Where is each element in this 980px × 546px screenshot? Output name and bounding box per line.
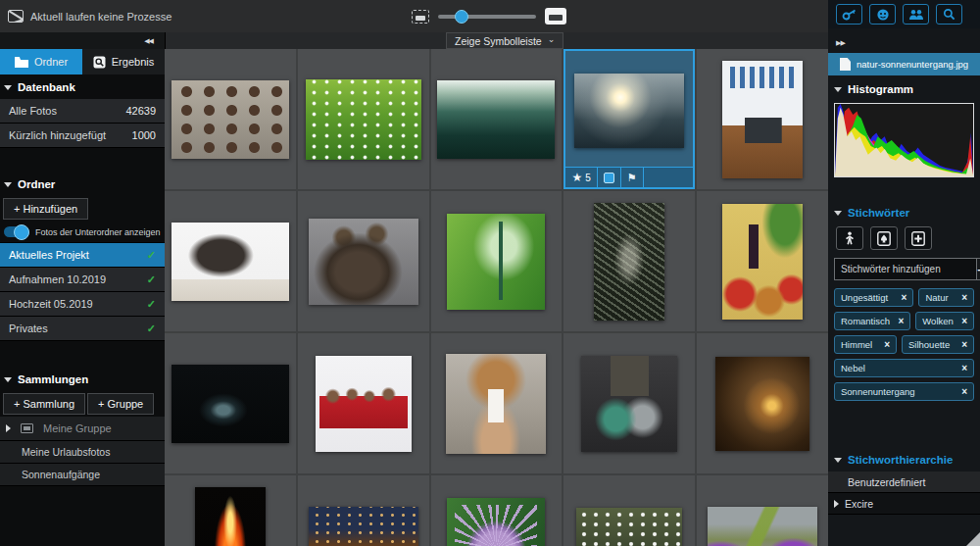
add-keyword-button[interactable]: +	[976, 258, 980, 280]
photo-thumbnail[interactable]	[447, 498, 545, 546]
keywords-header[interactable]: Stichwörter	[828, 199, 980, 224]
folder-item-privates[interactable]: Privates ✓	[0, 317, 165, 341]
photo-cell[interactable]	[298, 191, 429, 331]
thumbnail-badge[interactable]	[598, 168, 621, 187]
photo-cell[interactable]	[298, 333, 429, 473]
photo-thumbnail[interactable]	[594, 203, 664, 321]
folder-item-aktuelles-projekt[interactable]: Aktuelles Projekt ✓	[0, 243, 165, 268]
photo-cell[interactable]	[298, 49, 429, 189]
histogram-header[interactable]: Histogramm	[828, 75, 980, 101]
subfolder-toggle[interactable]	[4, 226, 29, 237]
photo-thumbnail[interactable]	[447, 214, 545, 310]
photo-cell[interactable]	[564, 191, 695, 331]
photo-thumbnail[interactable]	[581, 356, 677, 452]
search-button[interactable]	[936, 4, 962, 25]
photo-cell[interactable]	[697, 49, 828, 189]
tag-chip[interactable]: Ungesättigt×	[834, 288, 913, 307]
remove-tag-icon[interactable]: ×	[961, 363, 967, 373]
people-search-button[interactable]	[903, 4, 929, 25]
photo-thumbnail[interactable]	[437, 80, 555, 159]
db-item-kuerzlich[interactable]: Kürzlich hinzugefügt 1000	[0, 124, 165, 148]
folder-item-hochzeit[interactable]: Hochzeit 05.2019 ✓	[0, 292, 165, 317]
add-keyword-card-button[interactable]	[905, 226, 932, 250]
tab-ergebnis[interactable]: Ergebnis	[82, 49, 165, 74]
add-group-button[interactable]: + Gruppe	[87, 393, 154, 415]
photo-thumbnail[interactable]	[306, 79, 421, 160]
photo-cell[interactable]	[165, 49, 296, 189]
photo-thumbnail[interactable]	[316, 356, 412, 452]
hierarchy-header[interactable]: Stichworthierarchie	[828, 446, 980, 472]
thumbnail-size-slider[interactable]	[438, 15, 536, 19]
photo-thumbnail[interactable]	[172, 365, 289, 443]
suggest-keywords-button[interactable]	[836, 226, 863, 250]
tag-chip[interactable]: Natur×	[918, 288, 974, 307]
db-item-alle-fotos[interactable]: Alle Fotos 42639	[0, 99, 165, 124]
tag-chip[interactable]: Himmel×	[834, 335, 897, 354]
photo-cell[interactable]	[165, 333, 296, 473]
section-header-sammlungen[interactable]: Sammlungen	[0, 367, 165, 391]
remove-tag-icon[interactable]: ×	[961, 292, 967, 303]
tab-ordner[interactable]: Ordner	[0, 49, 82, 74]
thumbnail-size-small-icon[interactable]	[412, 10, 429, 24]
tag-chip[interactable]: Wolken×	[915, 312, 974, 330]
photo-thumbnail[interactable]	[708, 507, 817, 546]
add-collection-button[interactable]: + Sammlung	[3, 393, 85, 415]
selected-file-row[interactable]: natur-sonnenuntergang.jpg	[828, 53, 980, 75]
photo-cell[interactable]	[298, 475, 429, 546]
tag-chip[interactable]: Nebel×	[834, 359, 974, 377]
tag-chip[interactable]: Romantisch×	[834, 312, 910, 330]
photo-cell[interactable]	[564, 475, 695, 546]
remove-tag-icon[interactable]: ×	[884, 339, 890, 350]
photo-cell[interactable]	[431, 475, 563, 546]
photo-cell[interactable]	[697, 333, 828, 473]
photo-cell[interactable]	[431, 191, 563, 331]
add-folder-button[interactable]: + Hinzufügen	[3, 198, 88, 220]
slider-knob[interactable]	[455, 10, 468, 24]
collapse-left-panel-icon[interactable]: ◀◀	[144, 37, 153, 45]
photo-thumbnail[interactable]	[722, 61, 803, 178]
photo-thumbnail[interactable]	[446, 354, 546, 454]
remove-tag-icon[interactable]: ×	[902, 292, 907, 303]
flag-badge[interactable]: ⚑	[621, 168, 644, 187]
remove-tag-icon[interactable]: ×	[898, 316, 904, 326]
photo-thumbnail[interactable]	[309, 219, 418, 305]
photo-cell[interactable]	[165, 191, 296, 331]
key-search-button[interactable]	[836, 4, 862, 25]
photo-thumbnail[interactable]	[722, 204, 803, 320]
remove-tag-icon[interactable]: ×	[961, 316, 967, 326]
photo-cell[interactable]	[697, 475, 828, 546]
remove-tag-icon[interactable]: ×	[961, 339, 967, 350]
photo-thumbnail[interactable]	[195, 487, 266, 546]
photo-cell[interactable]	[431, 333, 563, 473]
photo-cell[interactable]	[697, 191, 828, 331]
photo-cell[interactable]	[564, 333, 695, 473]
photo-cell[interactable]	[165, 475, 296, 546]
photo-thumbnail[interactable]	[715, 357, 809, 451]
photo-cell[interactable]	[431, 49, 563, 189]
collection-group-meine-gruppe[interactable]: Meine Gruppe	[0, 417, 165, 441]
collection-item-urlaubsfotos[interactable]: Meine Urlaubsfotos	[0, 441, 165, 464]
hierarchy-item-benutzerdefiniert[interactable]: Benutzerdefiniert	[828, 472, 980, 493]
rating-badge[interactable]: ★ 5	[565, 168, 597, 187]
photo-thumbnail[interactable]	[574, 74, 684, 148]
photo-thumbnail[interactable]	[172, 223, 289, 301]
photo-cell-selected[interactable]: ★ 5 ⚑	[564, 49, 695, 189]
keyword-input[interactable]	[834, 258, 976, 280]
hierarchy-item-excire[interactable]: Excire	[828, 493, 980, 515]
remove-tag-icon[interactable]: ×	[961, 386, 967, 397]
keyword-card-button[interactable]	[870, 226, 898, 250]
section-header-datenbank[interactable]: Datenbank	[0, 74, 165, 99]
window-resize-handle[interactable]	[966, 532, 980, 546]
expand-right-panel-icon[interactable]: ▶▶	[836, 39, 845, 46]
thumbnail-size-large-icon[interactable]	[545, 8, 566, 25]
folder-item-aufnahmen[interactable]: Aufnahmen 10.2019 ✓	[0, 268, 165, 292]
face-search-button[interactable]	[869, 4, 896, 25]
photo-thumbnail[interactable]	[172, 80, 289, 159]
photo-thumbnail[interactable]	[576, 508, 682, 546]
view-mode-dropdown[interactable]: Zeige Symbolleiste ⌄	[446, 32, 564, 49]
tag-chip[interactable]: Silhouette×	[902, 335, 974, 354]
collection-item-sonnenaufgaenge[interactable]: Sonnenaufgänge	[0, 464, 165, 486]
tag-chip[interactable]: Sonnenuntergang×	[834, 382, 974, 401]
section-header-ordner[interactable]: Ordner	[0, 172, 165, 196]
photo-thumbnail[interactable]	[309, 507, 418, 546]
